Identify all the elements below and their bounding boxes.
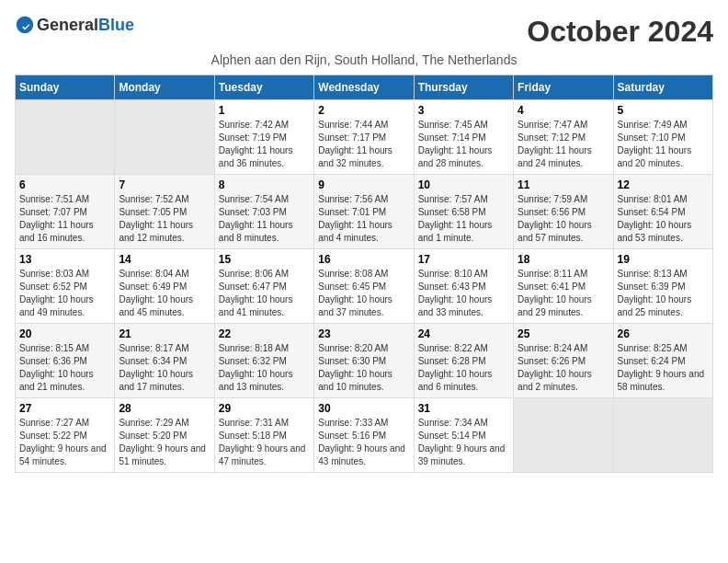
- day-cell: 24 Sunrise: 8:22 AM Sunset: 6:28 PM Dayl…: [414, 324, 513, 398]
- day-sunrise: Sunrise: 8:08 AM: [318, 268, 409, 281]
- header-day-tuesday: Tuesday: [214, 75, 313, 100]
- day-sunrise: Sunrise: 7:42 AM: [219, 119, 310, 132]
- week-row-4: 27 Sunrise: 7:27 AM Sunset: 5:22 PM Dayl…: [16, 398, 713, 473]
- logo-icon: [15, 15, 35, 35]
- day-cell: [514, 398, 613, 473]
- calendar-header: SundayMondayTuesdayWednesdayThursdayFrid…: [16, 75, 713, 100]
- day-daylight: Daylight: 10 hours and 10 minutes.: [318, 368, 409, 394]
- day-daylight: Daylight: 10 hours and 21 minutes.: [19, 368, 110, 394]
- day-sunrise: Sunrise: 7:57 AM: [418, 193, 509, 206]
- day-cell: 10 Sunrise: 7:57 AM Sunset: 6:58 PM Dayl…: [414, 175, 513, 249]
- day-daylight: Daylight: 10 hours and 37 minutes.: [318, 293, 409, 319]
- day-daylight: Daylight: 10 hours and 17 minutes.: [119, 368, 210, 394]
- day-number: 6: [19, 178, 110, 191]
- day-sunset: Sunset: 7:07 PM: [19, 206, 110, 219]
- day-sunrise: Sunrise: 8:06 AM: [219, 268, 310, 281]
- day-daylight: Daylight: 9 hours and 39 minutes.: [418, 442, 509, 468]
- day-sunrise: Sunrise: 7:31 AM: [219, 417, 310, 430]
- day-cell: 30 Sunrise: 7:33 AM Sunset: 5:16 PM Dayl…: [314, 398, 414, 473]
- day-daylight: Daylight: 11 hours and 28 minutes.: [418, 144, 509, 170]
- day-sunset: Sunset: 6:43 PM: [418, 281, 509, 293]
- day-daylight: Daylight: 9 hours and 58 minutes.: [618, 368, 709, 394]
- day-sunset: Sunset: 6:49 PM: [119, 281, 210, 293]
- day-sunrise: Sunrise: 8:10 AM: [418, 268, 509, 281]
- day-daylight: Daylight: 11 hours and 20 minutes.: [618, 144, 709, 170]
- day-number: 2: [318, 104, 409, 117]
- day-cell: 27 Sunrise: 7:27 AM Sunset: 5:22 PM Dayl…: [16, 398, 115, 473]
- day-sunset: Sunset: 6:26 PM: [518, 355, 609, 368]
- day-cell: [613, 398, 712, 473]
- day-sunset: Sunset: 5:16 PM: [318, 430, 409, 442]
- day-sunset: Sunset: 7:05 PM: [119, 206, 210, 219]
- title-section: October 2024: [527, 15, 713, 49]
- day-number: 23: [318, 327, 409, 340]
- month-year-title: October 2024: [527, 15, 713, 49]
- page-header: General Blue October 2024: [15, 15, 713, 49]
- day-cell: 26 Sunrise: 8:25 AM Sunset: 6:24 PM Dayl…: [613, 324, 712, 398]
- day-cell: 18 Sunrise: 8:11 AM Sunset: 6:41 PM Dayl…: [514, 249, 613, 324]
- day-sunrise: Sunrise: 8:15 AM: [19, 342, 110, 355]
- day-sunset: Sunset: 7:17 PM: [318, 132, 409, 144]
- day-sunset: Sunset: 6:34 PM: [119, 355, 210, 368]
- week-row-2: 13 Sunrise: 8:03 AM Sunset: 6:52 PM Dayl…: [16, 249, 713, 324]
- logo-general: General: [37, 16, 98, 35]
- day-cell: 14 Sunrise: 8:04 AM Sunset: 6:49 PM Dayl…: [115, 249, 214, 324]
- logo: General Blue: [15, 15, 134, 35]
- day-cell: 5 Sunrise: 7:49 AM Sunset: 7:10 PM Dayli…: [613, 100, 712, 175]
- day-sunrise: Sunrise: 7:59 AM: [518, 193, 609, 206]
- day-sunset: Sunset: 5:22 PM: [19, 430, 110, 442]
- header-row: SundayMondayTuesdayWednesdayThursdayFrid…: [16, 75, 713, 100]
- day-sunrise: Sunrise: 8:03 AM: [19, 268, 110, 281]
- day-sunrise: Sunrise: 8:22 AM: [418, 342, 509, 355]
- day-cell: 23 Sunrise: 8:20 AM Sunset: 6:30 PM Dayl…: [314, 324, 414, 398]
- day-number: 7: [119, 178, 210, 191]
- day-number: 30: [318, 402, 409, 415]
- day-cell: 13 Sunrise: 8:03 AM Sunset: 6:52 PM Dayl…: [16, 249, 115, 324]
- day-daylight: Daylight: 11 hours and 4 minutes.: [318, 219, 409, 245]
- day-cell: 19 Sunrise: 8:13 AM Sunset: 6:39 PM Dayl…: [613, 249, 712, 324]
- day-sunrise: Sunrise: 7:27 AM: [19, 417, 110, 430]
- header-day-thursday: Thursday: [414, 75, 513, 100]
- week-row-0: 1 Sunrise: 7:42 AM Sunset: 7:19 PM Dayli…: [16, 100, 713, 175]
- day-cell: 8 Sunrise: 7:54 AM Sunset: 7:03 PM Dayli…: [214, 175, 313, 249]
- day-sunset: Sunset: 6:30 PM: [318, 355, 409, 368]
- day-cell: 12 Sunrise: 8:01 AM Sunset: 6:54 PM Dayl…: [613, 175, 712, 249]
- day-cell: 28 Sunrise: 7:29 AM Sunset: 5:20 PM Dayl…: [115, 398, 214, 473]
- week-row-1: 6 Sunrise: 7:51 AM Sunset: 7:07 PM Dayli…: [16, 175, 713, 249]
- day-daylight: Daylight: 10 hours and 33 minutes.: [418, 293, 509, 319]
- day-daylight: Daylight: 10 hours and 13 minutes.: [219, 368, 310, 394]
- day-daylight: Daylight: 10 hours and 57 minutes.: [518, 219, 609, 245]
- calendar-body: 1 Sunrise: 7:42 AM Sunset: 7:19 PM Dayli…: [16, 100, 713, 473]
- day-cell: 6 Sunrise: 7:51 AM Sunset: 7:07 PM Dayli…: [16, 175, 115, 249]
- day-sunset: Sunset: 7:14 PM: [418, 132, 509, 144]
- day-cell: 20 Sunrise: 8:15 AM Sunset: 6:36 PM Dayl…: [16, 324, 115, 398]
- day-number: 21: [119, 327, 210, 340]
- day-sunrise: Sunrise: 8:18 AM: [219, 342, 310, 355]
- day-sunrise: Sunrise: 7:51 AM: [19, 193, 110, 206]
- header-day-wednesday: Wednesday: [314, 75, 414, 100]
- day-number: 17: [418, 253, 509, 266]
- day-cell: 3 Sunrise: 7:45 AM Sunset: 7:14 PM Dayli…: [414, 100, 513, 175]
- day-cell: 16 Sunrise: 8:08 AM Sunset: 6:45 PM Dayl…: [314, 249, 414, 324]
- day-sunset: Sunset: 6:56 PM: [518, 206, 609, 219]
- day-sunrise: Sunrise: 7:47 AM: [518, 119, 609, 132]
- day-number: 18: [518, 253, 609, 266]
- day-sunset: Sunset: 6:24 PM: [618, 355, 709, 368]
- day-sunset: Sunset: 6:36 PM: [19, 355, 110, 368]
- day-cell: 15 Sunrise: 8:06 AM Sunset: 6:47 PM Dayl…: [214, 249, 313, 324]
- header-day-friday: Friday: [514, 75, 613, 100]
- day-cell: 22 Sunrise: 8:18 AM Sunset: 6:32 PM Dayl…: [214, 324, 313, 398]
- day-cell: 31 Sunrise: 7:34 AM Sunset: 5:14 PM Dayl…: [414, 398, 513, 473]
- day-cell: [16, 100, 115, 175]
- day-sunrise: Sunrise: 8:11 AM: [518, 268, 609, 281]
- day-sunset: Sunset: 7:03 PM: [219, 206, 310, 219]
- day-number: 24: [418, 327, 509, 340]
- day-cell: 29 Sunrise: 7:31 AM Sunset: 5:18 PM Dayl…: [214, 398, 313, 473]
- day-sunset: Sunset: 6:41 PM: [518, 281, 609, 293]
- day-daylight: Daylight: 10 hours and 2 minutes.: [518, 368, 609, 394]
- day-daylight: Daylight: 11 hours and 24 minutes.: [518, 144, 609, 170]
- day-sunset: Sunset: 6:28 PM: [418, 355, 509, 368]
- day-cell: 11 Sunrise: 7:59 AM Sunset: 6:56 PM Dayl…: [514, 175, 613, 249]
- day-number: 5: [618, 104, 709, 117]
- day-daylight: Daylight: 11 hours and 12 minutes.: [119, 219, 210, 245]
